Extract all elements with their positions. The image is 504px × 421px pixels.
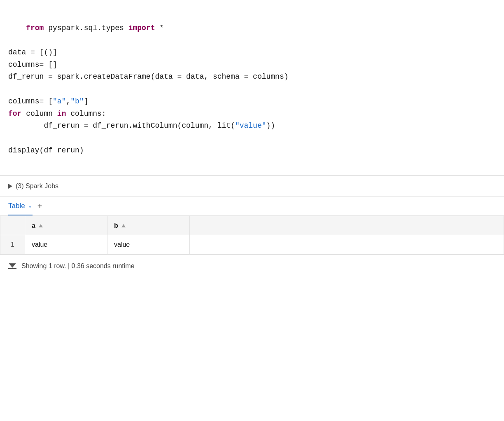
cell-empty: [190, 235, 504, 255]
col-b-label: b: [114, 220, 118, 231]
status-bar: Showing 1 row. | 0.36 seconds runtime: [0, 255, 504, 277]
code-line6: df_rerun = spark.createDataFrame(data = …: [8, 73, 289, 81]
col-a-label: a: [32, 220, 35, 231]
col-a-header[interactable]: a: [25, 216, 107, 235]
keyword-in: in: [57, 110, 66, 118]
col-b-header[interactable]: b: [107, 216, 190, 235]
results-table: a b 1 value value: [0, 216, 504, 255]
code-line5: columns= []: [8, 61, 57, 69]
comma: ,: [66, 97, 70, 105]
cell-a: value: [25, 235, 107, 255]
module-name: pyspark.sql.types: [44, 24, 128, 32]
keyword-from: from: [26, 24, 44, 32]
tab-table-label: Table: [8, 200, 25, 211]
empty-col-header: [190, 216, 504, 235]
add-tab-button[interactable]: +: [37, 202, 42, 213]
tab-table[interactable]: Table ⌄: [8, 200, 33, 215]
import-star: *: [155, 24, 164, 32]
code-line4: data = [()]: [8, 48, 57, 56]
chevron-down-icon[interactable]: ⌄: [28, 201, 33, 210]
table-row: 1 value value: [0, 235, 504, 255]
close-bracket: ]: [84, 97, 89, 105]
output-section: Table ⌄ + a b: [0, 196, 504, 277]
table-header-row: a b: [0, 216, 504, 235]
str-value: "value": [235, 122, 266, 130]
keyword-for: for: [8, 110, 21, 118]
expand-icon[interactable]: [8, 184, 12, 189]
download-icon[interactable]: [8, 263, 16, 269]
for-column: column: [21, 110, 57, 118]
download-base: [8, 268, 16, 269]
download-line: [9, 263, 16, 264]
code-block[interactable]: from pyspark.sql.types import * data = […: [8, 10, 496, 169]
str-a: "a": [53, 97, 66, 105]
spark-jobs-label: (3) Spark Jobs: [16, 181, 58, 192]
display-line: display(df_rerun): [8, 146, 84, 154]
withcolumn-end: )): [266, 122, 275, 130]
row-num-cell: 1: [0, 235, 25, 255]
row-num-header: [0, 216, 25, 235]
sort-b-icon[interactable]: [121, 224, 126, 227]
withcolumn-line: df_rerun = df_rerun.withColumn(column, l…: [8, 122, 235, 130]
keyword-import: import: [128, 24, 155, 32]
status-text: Showing 1 row. | 0.36 seconds runtime: [21, 261, 135, 271]
cell-b: value: [107, 235, 190, 255]
code-columns-line: columns= ["a","b"]: [8, 97, 88, 105]
for-end: columns:: [66, 110, 106, 118]
str-b: "b": [70, 97, 84, 105]
sort-a-icon[interactable]: [39, 224, 43, 227]
code-cell: from pyspark.sql.types import * data = […: [0, 0, 504, 175]
spark-jobs-bar[interactable]: (3) Spark Jobs: [0, 176, 504, 196]
download-arrow: [9, 264, 15, 268]
tab-bar: Table ⌄ +: [0, 197, 504, 216]
